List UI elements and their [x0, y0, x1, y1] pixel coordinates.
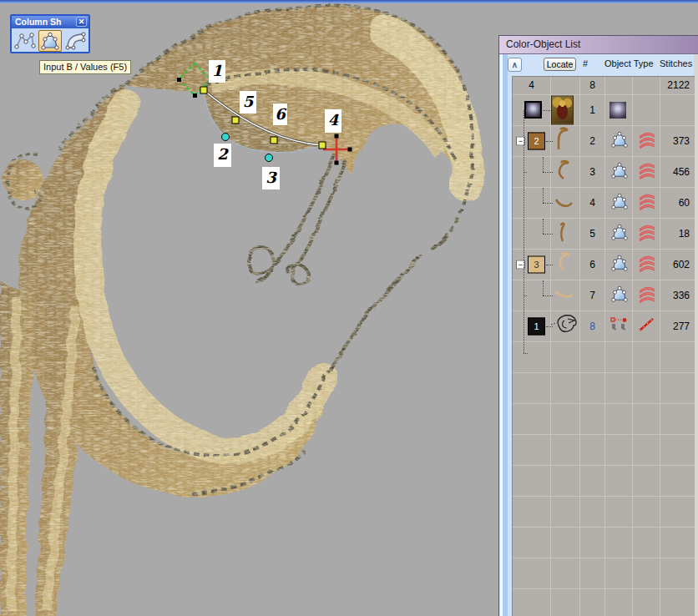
object-row-8[interactable]: 1 8	[513, 311, 695, 342]
stitch-count: 373	[660, 135, 690, 147]
handle-black-2[interactable]	[193, 93, 197, 98]
input-a-button[interactable]	[13, 30, 37, 52]
runstitch-hairpin-b	[287, 162, 346, 283]
color-swatch-2[interactable]: 2	[528, 133, 545, 150]
handle-black-1[interactable]	[177, 78, 181, 82]
input-b-button[interactable]	[38, 30, 62, 52]
summary-row: 4 8 2122	[513, 77, 695, 95]
bitmap-large-thumb	[551, 96, 574, 125]
object-number: 3	[580, 166, 604, 178]
stitch-count: 18	[660, 228, 690, 240]
shape-thumb	[551, 219, 576, 249]
node-5[interactable]	[232, 117, 239, 124]
empty-row	[513, 558, 695, 589]
column-b-icon	[609, 193, 630, 213]
point-label-6: 6	[273, 104, 287, 125]
runstitch-long-sweep	[331, 257, 422, 369]
satin-stitch-icon	[637, 285, 657, 306]
input-a-icon	[14, 32, 36, 50]
window-top-edge	[0, 0, 698, 3]
point-label-5: 5	[240, 91, 256, 114]
object-row-5[interactable]: 5 18	[513, 219, 695, 250]
object-row-3[interactable]: 3 456	[513, 157, 695, 188]
object-number: 5	[580, 228, 604, 240]
satin-stitch-icon	[637, 223, 657, 245]
app-window: { "toolbar": { "title": "Column Sh", "cl…	[0, 0, 698, 616]
shape-thumb	[551, 280, 576, 311]
object-row-7[interactable]: 7 336	[513, 280, 695, 311]
panel-left-gutter	[500, 54, 508, 616]
object-type-bitmap-icon	[609, 102, 626, 119]
column-header-stitches: Stitches	[660, 58, 692, 68]
design-pale-inner	[88, 104, 324, 451]
object-table: 4 8 2122 1 − 2	[512, 76, 695, 616]
object-number: 6	[580, 259, 604, 270]
satin-stitch-icon	[637, 254, 657, 275]
column-b-icon	[609, 131, 630, 151]
object-row-6[interactable]: − 3 6	[513, 250, 695, 280]
empty-row	[513, 342, 695, 373]
empty-row	[513, 589, 695, 616]
color-swatch-1[interactable]: 1	[528, 318, 545, 336]
column-header-object-type: Object Type	[604, 58, 654, 68]
bitmap-mini-thumb	[524, 101, 542, 119]
column-b-icon	[609, 285, 630, 305]
toolbar-title: Column Sh	[15, 17, 61, 27]
satin-stitch-icon	[637, 130, 657, 152]
node-3[interactable]	[266, 154, 273, 162]
embroidery-design	[0, 5, 473, 616]
input-c-icon	[64, 32, 86, 50]
design-top-wing	[125, 5, 473, 190]
shape-thumb	[551, 250, 576, 280]
satin-stitch-icon	[637, 161, 657, 183]
node-2[interactable]	[222, 134, 230, 141]
close-icon[interactable]: ✕	[76, 17, 87, 27]
object-number-selected: 8	[580, 321, 604, 332]
input-c-button[interactable]	[63, 30, 87, 52]
stitch-count: 336	[660, 290, 690, 301]
color-swatch-3[interactable]: 3	[528, 256, 545, 274]
stitch-count: 602	[660, 259, 690, 270]
collapse-button[interactable]: ∧	[508, 58, 522, 72]
shape-thumb	[551, 157, 576, 187]
column-b-icon	[609, 162, 630, 182]
point-label-4: 4	[325, 109, 341, 133]
runstitch-gap-piece	[432, 235, 448, 249]
design-left-curl-blob	[3, 159, 43, 199]
input-b-icon	[39, 32, 61, 50]
color-object-list-panel: Color-Object List ∧ Locate # Object Type…	[498, 35, 698, 616]
object-row-1[interactable]: 1	[513, 95, 695, 126]
point-label-2: 2	[214, 144, 231, 167]
empty-row	[513, 497, 695, 528]
column-shapes-toolbar: Column Sh ✕	[10, 14, 90, 53]
empty-row	[513, 528, 695, 558]
tooltip: Input B / Values (F5)	[39, 60, 131, 74]
stitch-count: 277	[660, 321, 690, 332]
stitch-count: 60	[660, 197, 690, 209]
node-6[interactable]	[271, 137, 277, 144]
run-stitch-icon	[637, 316, 655, 336]
column-b-icon	[609, 255, 630, 275]
panel-titlebar[interactable]: Color-Object List	[499, 36, 698, 54]
object-number: 7	[580, 290, 604, 301]
satin-stitch-icon	[637, 192, 657, 214]
object-row-4[interactable]: 4 60	[513, 188, 695, 219]
object-number: 1	[580, 104, 604, 116]
empty-row	[513, 404, 695, 435]
object-row-2[interactable]: − 2 2	[513, 126, 695, 157]
locate-button[interactable]: Locate	[544, 58, 576, 71]
object-number: 4	[580, 197, 604, 209]
node-1[interactable]	[200, 87, 207, 93]
node-4[interactable]	[319, 142, 326, 149]
column-b-icon	[609, 224, 630, 244]
column-header-number: #	[583, 58, 588, 68]
tree-line	[524, 110, 524, 353]
empty-row	[513, 435, 695, 466]
empty-row	[513, 373, 695, 404]
stitch-count: 456	[660, 166, 690, 178]
empty-row	[513, 466, 695, 497]
point-label-1: 1	[209, 60, 225, 83]
toolbar-titlebar[interactable]: Column Sh ✕	[12, 16, 89, 28]
summary-color-count: 4	[513, 79, 550, 91]
manual-stitch-icon	[609, 317, 628, 336]
